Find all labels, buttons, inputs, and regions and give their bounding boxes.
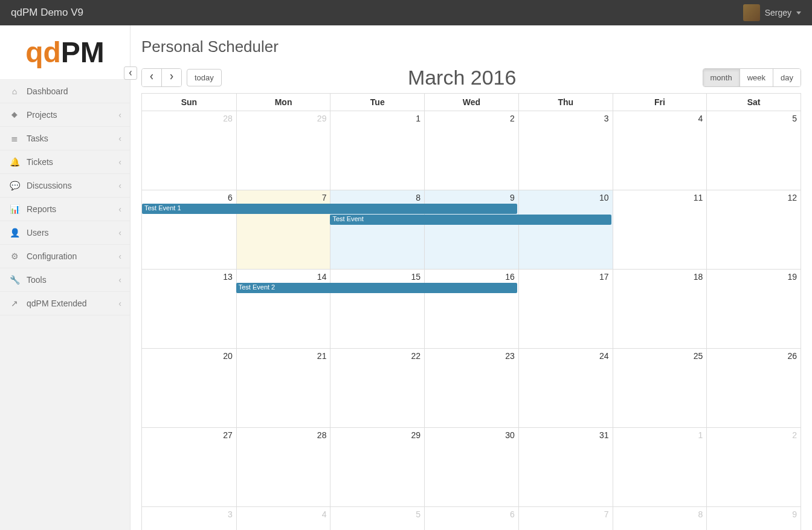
next-button[interactable]: [161, 69, 181, 86]
calendar-cell[interactable]: 26: [706, 349, 801, 427]
chevron-left-icon: ‹: [118, 251, 121, 261]
calendar-cell[interactable]: 28: [236, 428, 330, 506]
calendar-cell[interactable]: 29: [330, 428, 424, 506]
sidebar-item-reports[interactable]: 📊Reports‹: [0, 198, 130, 221]
calendar-cell[interactable]: 21: [236, 349, 330, 427]
main-content: Personal Scheduler today March 2016 mont…: [130, 25, 812, 530]
calendar-cell[interactable]: 10: [518, 190, 613, 269]
calendar-cell[interactable]: 20: [142, 349, 236, 427]
calendar-cell[interactable]: 1: [613, 428, 707, 506]
day-number: 29: [330, 430, 420, 440]
calendar-toolbar: today March 2016 month week day: [141, 66, 801, 89]
user-menu[interactable]: Sergey: [743, 4, 801, 21]
calendar-cell[interactable]: 11: [613, 190, 707, 269]
calendar-cell[interactable]: 12: [706, 190, 801, 269]
view-week-button[interactable]: week: [740, 69, 773, 86]
day-number: 13: [142, 272, 233, 282]
calendar-cell[interactable]: 4: [236, 507, 330, 530]
calendar-event[interactable]: Test Event 1: [142, 204, 517, 214]
calendar-cell[interactable]: 18: [613, 270, 707, 348]
calendar-cell[interactable]: 27: [142, 428, 236, 506]
sidebar-item-users[interactable]: 👤Users‹: [0, 221, 130, 245]
calendar-cell[interactable]: 5: [706, 111, 801, 190]
calendar-cell[interactable]: 5: [330, 507, 424, 530]
calendar-week: 3456789: [142, 506, 801, 530]
calendar-cell[interactable]: 23: [424, 349, 518, 427]
calendar-cell[interactable]: 22: [330, 349, 424, 427]
day-number: 20: [142, 351, 233, 361]
bell-icon: 🔔: [8, 157, 21, 167]
sidebar-item-configuration[interactable]: ⚙Configuration‹: [0, 245, 130, 268]
calendar-cell[interactable]: 7: [236, 190, 330, 269]
calendar-cell[interactable]: 28: [142, 111, 236, 190]
view-month-button[interactable]: month: [703, 69, 740, 86]
day-number: 9: [425, 193, 515, 202]
calendar-event[interactable]: Test Event 2: [236, 283, 517, 293]
day-header: Tue: [330, 94, 424, 111]
chevron-left-icon: ‹: [118, 157, 121, 167]
sidebar: qdPM ⌂Dashboard⯁Projects‹≣Tasks‹🔔Tickets…: [0, 25, 130, 530]
calendar-cell[interactable]: 7: [518, 507, 613, 530]
sidebar-item-label: Configuration: [27, 251, 118, 261]
calendar-week: 20212223242526: [142, 348, 801, 427]
calendar-cell[interactable]: 2: [706, 428, 801, 506]
calendar-cell[interactable]: 3: [142, 507, 236, 530]
today-button[interactable]: today: [187, 69, 222, 86]
day-number: 1: [330, 114, 420, 123]
calendar-cell[interactable]: 30: [424, 428, 518, 506]
day-number: 21: [237, 351, 327, 361]
chevron-left-icon: ‹: [118, 134, 121, 143]
calendar-cell[interactable]: 6: [424, 507, 518, 530]
day-number: 3: [142, 509, 233, 519]
day-header: Wed: [424, 94, 518, 111]
sidebar-item-label: Tasks: [27, 134, 118, 143]
calendar-cell[interactable]: 1: [330, 111, 424, 190]
sidebar-item-discussions[interactable]: 💬Discussions‹: [0, 174, 130, 198]
calendar-cell[interactable]: 8: [613, 507, 707, 530]
day-number: 4: [237, 509, 327, 519]
day-number: 30: [425, 430, 515, 440]
day-number: 24: [519, 351, 609, 361]
sidebar-item-projects[interactable]: ⯁Projects‹: [0, 103, 130, 127]
calendar-cell[interactable]: 14: [236, 270, 330, 348]
calendar-cell[interactable]: 17: [518, 270, 613, 348]
calendar-cell[interactable]: 8: [330, 190, 424, 269]
app-title: qdPM Demo V9: [11, 7, 83, 19]
sidebar-item-tasks[interactable]: ≣Tasks‹: [0, 127, 130, 150]
calendar-event[interactable]: Test Event: [330, 215, 611, 225]
calendar-cell[interactable]: 16: [424, 270, 518, 348]
calendar-cell[interactable]: 3: [518, 111, 613, 190]
sidebar-item-tickets[interactable]: 🔔Tickets‹: [0, 150, 130, 174]
home-icon: ⌂: [8, 86, 21, 96]
calendar-cell[interactable]: 9: [706, 507, 801, 530]
calendar-cell[interactable]: 19: [706, 270, 801, 348]
sidebar-item-dashboard[interactable]: ⌂Dashboard: [0, 80, 130, 103]
calendar-cell[interactable]: 9: [424, 190, 518, 269]
day-header: Mon: [236, 94, 330, 111]
day-number: 14: [237, 272, 327, 282]
calendar-cell[interactable]: 24: [518, 349, 613, 427]
calendar-cell[interactable]: 15: [330, 270, 424, 348]
sidebar-item-tools[interactable]: 🔧Tools‹: [0, 268, 130, 292]
user-icon: 👤: [8, 228, 21, 238]
sidebar-collapse-button[interactable]: [124, 66, 137, 80]
calendar-day-headers: SunMonTueWedThuFriSat: [142, 94, 801, 111]
calendar-cell[interactable]: 2: [424, 111, 518, 190]
calendar-cell[interactable]: 6: [142, 190, 236, 269]
prev-button[interactable]: [142, 69, 161, 86]
calendar-cell[interactable]: 4: [613, 111, 707, 190]
logo[interactable]: qdPM: [0, 25, 130, 80]
calendar-cell[interactable]: 29: [236, 111, 330, 190]
day-number: 16: [425, 272, 515, 282]
calendar-cell[interactable]: 31: [518, 428, 613, 506]
calendar-cell[interactable]: 13: [142, 270, 236, 348]
day-number: 25: [613, 351, 703, 361]
day-header: Sat: [706, 94, 801, 111]
calendar-cell[interactable]: 25: [613, 349, 707, 427]
view-day-button[interactable]: day: [773, 69, 801, 86]
avatar: [743, 4, 760, 21]
day-number: 27: [142, 430, 233, 440]
wrench-icon: 🔧: [8, 275, 21, 285]
sidebar-item-qdpm-extended[interactable]: ↗qdPM Extended‹: [0, 292, 130, 315]
chevron-left-icon: [127, 70, 134, 76]
